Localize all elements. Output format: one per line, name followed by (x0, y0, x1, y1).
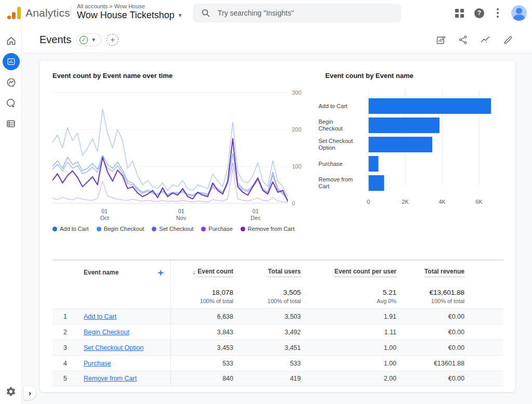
insights-button[interactable] (480, 34, 491, 45)
event-count-per-user-cell: 2.00 (301, 371, 396, 386)
total-revenue-cell: €0.00 (396, 309, 464, 324)
total-revenue-cell: €0.00 (396, 324, 464, 340)
event-name-cell: Purchase (73, 356, 171, 371)
events-table: Event name ＋ ↓ Event count Total users E… (52, 259, 503, 386)
breadcrumb: All accounts > Wow House (77, 3, 183, 9)
bar-chart-title: Event count by Event name (325, 72, 414, 80)
total-users-cell: 533 (233, 356, 301, 371)
bar-category-label: Purchase (318, 156, 364, 172)
account-switcher[interactable]: All accounts > Wow House Wow House Ticke… (77, 3, 183, 21)
event-name-link[interactable]: Begin Checkout (84, 329, 129, 336)
all-users-segment-chip[interactable]: ✓ ▼ (76, 33, 101, 46)
table-row: 4Purchase5335331.00€13601.88 (52, 355, 503, 371)
column-header-event-count-per-user[interactable]: Event count per user (301, 260, 396, 284)
table-row: 5Remove from Cart8404192.00€0.00 (52, 371, 503, 386)
column-header-event-count[interactable]: ↓ Event count (171, 260, 233, 284)
sidebar-item-explore[interactable] (0, 72, 22, 93)
settings-gear-button[interactable] (0, 386, 22, 397)
settings-gear-icon (6, 386, 16, 397)
sidebar-item-advertising[interactable] (0, 93, 22, 113)
total-revenue-cell: €0.00 (396, 340, 464, 355)
event-count-cell: 6,638 (171, 309, 233, 324)
table-row: 3Set Checkout Option3,4533,4511.00€0.00 (52, 340, 503, 355)
app-header: Analytics All accounts > Wow House Wow H… (0, 0, 532, 26)
sidebar-item-configure[interactable] (0, 113, 22, 134)
edit-icon (503, 35, 513, 45)
table-totals-row: 18,078100% of total 3,505100% of total 5… (52, 284, 503, 308)
column-header-total-users[interactable]: Total users (233, 260, 301, 284)
avatar[interactable] (511, 5, 527, 21)
edit-report-button[interactable] (503, 35, 513, 45)
table-row: 1Add to Cart6,6383,5031.91€0.00 (52, 308, 503, 324)
total-revenue: €13,601.88 (429, 289, 464, 296)
event-count-cell: 3,843 (171, 324, 233, 340)
kebab-menu-icon[interactable] (495, 6, 501, 20)
event-count-cell: 840 (171, 371, 233, 386)
event-name-cell: Begin Checkout (73, 324, 171, 340)
total-users-cell: 3,503 (233, 309, 301, 324)
configure-icon (6, 119, 16, 129)
total-revenue-cell: €13601.88 (396, 356, 464, 371)
row-number: 3 (52, 340, 73, 355)
add-column-icon[interactable]: ＋ (156, 268, 165, 277)
total-event-count-per-user: 5.21 (383, 289, 396, 296)
event-count-per-user-cell: 1.00 (301, 356, 396, 371)
help-icon[interactable]: ? (474, 8, 484, 18)
event-name-cell: Set Checkout Option (73, 340, 171, 355)
table-row: 2Begin Checkout3,8433,4921.11€0.00 (52, 324, 503, 340)
event-count-cell: 3,453 (171, 340, 233, 355)
event-name-cell: Remove from Cart (73, 371, 171, 386)
explore-icon (6, 77, 17, 88)
event-name-link[interactable]: Remove from Cart (84, 375, 137, 382)
checkmark-icon: ✓ (79, 36, 88, 44)
bar-category-label: Remove fromCart (318, 175, 364, 191)
header-divider (71, 6, 71, 20)
search-icon (201, 8, 210, 18)
apps-grid-icon[interactable] (455, 9, 464, 18)
total-users-cell: 3,451 (233, 340, 301, 355)
event-count-per-user-cell: 1.11 (301, 324, 396, 340)
dimension-header[interactable]: Event name (84, 269, 118, 276)
event-count-cell: 533 (171, 356, 233, 371)
customize-report-icon (436, 35, 446, 45)
bar-x-tick-label: 6K (469, 199, 489, 205)
expand-sidebar-icon: › (29, 388, 31, 397)
event-count-per-user-cell: 1.91 (301, 309, 396, 324)
bar-category-label: Set CheckoutOption (318, 137, 364, 152)
total-users-cell: 3,492 (233, 324, 301, 340)
caret-down-icon: ▼ (178, 12, 183, 18)
total-users-cell: 419 (233, 371, 301, 386)
reports-icon (7, 57, 16, 66)
caret-down-icon: ▼ (91, 37, 96, 43)
sidebar-item-reports[interactable] (0, 51, 22, 72)
bar-x-tick-label: 0 (358, 199, 379, 205)
event-name-cell: Add to Cart (73, 309, 171, 324)
row-number: 1 (52, 309, 73, 324)
share-button[interactable] (458, 35, 468, 45)
ga-logo-icon (7, 7, 21, 19)
event-name-link[interactable]: Add to Cart (84, 313, 116, 320)
analytics-logo[interactable]: Analytics (7, 7, 70, 19)
advertising-icon (6, 98, 17, 109)
column-header-total-revenue[interactable]: Total revenue (396, 260, 464, 284)
event-name-link[interactable]: Purchase (84, 360, 111, 367)
total-users: 3,505 (283, 289, 301, 296)
customize-report-button[interactable] (436, 35, 446, 45)
search-input[interactable]: Try searching "Insights" (193, 4, 401, 22)
app-name: Analytics (25, 7, 70, 19)
bar-x-tick-label: 4K (432, 199, 453, 205)
total-revenue-cell: €0.00 (396, 371, 464, 386)
bar-chart-plot[interactable] (368, 89, 501, 196)
search-placeholder: Try searching "Insights" (218, 9, 294, 17)
event-name-link[interactable]: Set Checkout Option (84, 344, 143, 351)
page-title: Events (39, 34, 71, 46)
expand-sidebar-button[interactable]: › (24, 386, 36, 400)
events-report-card: Event count by Event name over time 0100… (39, 60, 516, 393)
sidebar-item-home[interactable] (0, 30, 22, 51)
report-header-bar: Events ✓ ▼ ＋ (22, 26, 532, 54)
share-icon (458, 35, 468, 45)
add-comparison-button[interactable]: ＋ (107, 34, 118, 46)
event-count-per-user-cell: 1.00 (301, 340, 396, 355)
bar-category-label: BeginCheckout (318, 118, 364, 133)
table-header-row: Event name ＋ ↓ Event count Total users E… (52, 259, 503, 284)
